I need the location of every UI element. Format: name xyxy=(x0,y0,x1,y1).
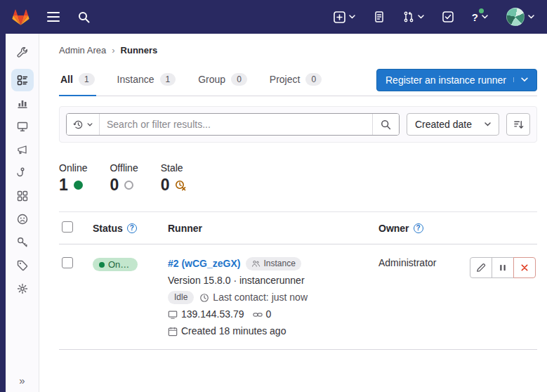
stat-offline: Offline 0 xyxy=(110,162,138,193)
sidebar-item-admin-tools[interactable] xyxy=(11,41,34,63)
sidebar-collapse-button[interactable]: » xyxy=(6,374,39,386)
tab-group-label: Group xyxy=(198,74,225,85)
header-status: Status xyxy=(93,223,123,234)
runner-type-badge: Instance xyxy=(246,257,301,270)
stat-online-value: 1 xyxy=(59,177,68,193)
runner-last-contact: Last contact: just now xyxy=(213,291,308,304)
row-checkbox[interactable] xyxy=(62,257,73,268)
offline-circle-icon xyxy=(124,181,133,190)
monitor-icon xyxy=(168,310,178,320)
gitlab-logo[interactable] xyxy=(11,8,30,26)
global-search-button[interactable] xyxy=(77,10,91,25)
tab-project-label: Project xyxy=(270,74,301,85)
runners-table: Status ? Runner Owner ? Online xyxy=(59,211,537,350)
breadcrumb: Admin Area › Runners xyxy=(59,41,537,64)
monitor-icon xyxy=(17,121,28,132)
filter-search-input[interactable] xyxy=(100,114,372,135)
tab-all-label: All xyxy=(60,74,73,85)
sort-descending-icon xyxy=(513,119,524,130)
tab-instance-label: Instance xyxy=(117,74,154,85)
runner-stats: Online 1 Offline 0 Stale 0 xyxy=(59,162,537,193)
breadcrumb-admin-area[interactable]: Admin Area xyxy=(59,45,106,55)
help-menu-button[interactable]: ? xyxy=(470,11,489,24)
issues-button[interactable] xyxy=(372,10,386,24)
edit-runner-button[interactable] xyxy=(470,257,492,278)
runner-version: Version 15.8.0 · instancerunner xyxy=(168,274,305,287)
plus-square-icon xyxy=(334,11,345,23)
runner-summary-cell: #2 (wCG_zeGX) Instance Version 15.8.0 · … xyxy=(168,257,378,338)
pencil-icon xyxy=(476,263,486,273)
hamburger-menu-button[interactable] xyxy=(46,11,61,23)
issues-icon xyxy=(374,11,385,22)
filtered-search xyxy=(66,113,400,136)
hamburger-icon xyxy=(47,12,60,22)
runner-state-badge: Idle xyxy=(168,291,194,304)
sidebar-item-settings[interactable] xyxy=(11,277,34,300)
sidebar-item-labels[interactable] xyxy=(11,254,34,277)
face-icon xyxy=(17,214,28,225)
sidebar-item-messages[interactable] xyxy=(11,138,34,161)
breadcrumb-current: Runners xyxy=(121,45,158,55)
sort-by-dropdown[interactable]: Created date xyxy=(407,113,499,136)
stat-stale-label: Stale xyxy=(161,162,187,174)
pause-runner-button[interactable] xyxy=(492,257,514,278)
owner-cell: Administrator xyxy=(378,257,466,268)
sort-direction-button[interactable] xyxy=(506,113,530,136)
chevron-down-icon xyxy=(418,15,424,19)
tab-group-count: 0 xyxy=(231,73,247,86)
tab-instance-count: 1 xyxy=(160,73,176,86)
help-question-icon: ? xyxy=(472,12,478,22)
tab-project[interactable]: Project 0 xyxy=(268,64,323,96)
runner-type-label: Instance xyxy=(263,259,295,269)
filter-bar: Created date xyxy=(59,106,537,143)
header-owner: Owner xyxy=(378,223,409,234)
link-icon xyxy=(253,310,263,320)
header-runner: Runner xyxy=(168,223,202,234)
sidebar-item-credentials[interactable] xyxy=(11,231,34,254)
left-edge-strip xyxy=(0,34,6,392)
tab-all[interactable]: All 1 xyxy=(59,64,96,96)
owner-link[interactable]: Administrator xyxy=(378,257,436,268)
merge-requests-button[interactable] xyxy=(402,10,426,24)
search-history-dropdown[interactable] xyxy=(67,114,100,135)
stat-online-label: Online xyxy=(59,162,87,174)
top-navbar: ? xyxy=(0,0,547,34)
chevron-down-icon xyxy=(482,15,488,19)
delete-runner-button[interactable] xyxy=(513,257,536,278)
sidebar-item-applications[interactable] xyxy=(11,185,34,207)
avatar xyxy=(506,8,525,26)
stat-stale: Stale 0 xyxy=(161,162,187,193)
merge-request-icon xyxy=(403,11,414,22)
register-instance-runner-button[interactable]: Register an instance runner xyxy=(376,69,537,91)
search-submit-button[interactable] xyxy=(372,114,399,135)
stat-offline-label: Offline xyxy=(110,162,138,174)
todos-button[interactable] xyxy=(441,10,455,24)
grid-icon xyxy=(17,190,28,202)
sidebar-item-abuse-reports[interactable] xyxy=(11,208,34,230)
overview-cards-icon xyxy=(17,74,28,86)
select-all-checkbox[interactable] xyxy=(62,221,73,233)
user-menu-button[interactable] xyxy=(505,6,536,27)
stat-offline-value: 0 xyxy=(110,177,119,193)
tab-instance[interactable]: Instance 1 xyxy=(116,64,178,96)
tab-group[interactable]: Group 0 xyxy=(197,64,249,96)
tab-all-count: 1 xyxy=(79,73,95,86)
gear-icon xyxy=(17,283,28,294)
sidebar-item-system-hooks[interactable] xyxy=(11,162,34,184)
owner-help-icon[interactable]: ? xyxy=(414,223,423,233)
breadcrumb-separator-icon: › xyxy=(112,45,114,55)
sidebar-item-overview[interactable] xyxy=(11,69,34,91)
status-badge: Online xyxy=(93,258,138,271)
status-help-icon[interactable]: ? xyxy=(127,223,137,233)
people-icon xyxy=(251,259,261,268)
sidebar-item-analytics[interactable] xyxy=(11,92,34,115)
sidebar-item-monitoring[interactable] xyxy=(11,115,34,138)
stat-stale-value: 0 xyxy=(161,177,170,193)
clock-icon xyxy=(199,293,209,303)
chevron-down-icon xyxy=(528,15,534,19)
runner-link[interactable]: #2 (wCG_zeGX) xyxy=(168,257,240,270)
status-badge-label: Online xyxy=(108,259,131,270)
runner-actions xyxy=(466,257,537,278)
collapse-chevrons-icon: » xyxy=(19,374,25,386)
new-menu-button[interactable] xyxy=(332,10,357,25)
